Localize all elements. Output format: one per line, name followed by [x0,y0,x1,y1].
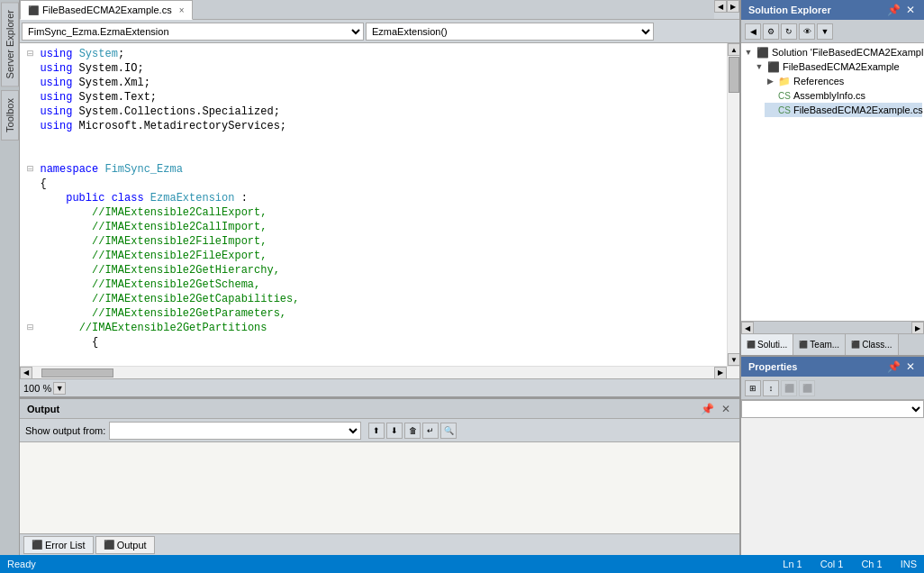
solution-expand-icon[interactable]: ▼ [743,47,754,58]
tab-close-button[interactable]: × [179,5,185,15]
code-content[interactable]: ⊟ using System; using System.IO; using S… [20,43,727,366]
status-bar-right: Ln 1 Col 1 Ch 1 INS [783,559,917,569]
status-ln: Ln 1 [783,559,802,569]
h-scroll-right[interactable]: ▶ [714,367,727,379]
tree-project[interactable]: ▼ ⬛ FileBasedECMA2Example [754,59,922,74]
status-bar: Ready Ln 1 Col 1 Ch 1 INS [0,555,924,573]
scroll-track[interactable] [728,56,739,353]
horizontal-scrollbar[interactable]: ◀ ▶ [20,366,739,378]
solution-tree: ▼ ⬛ Solution 'FileBasedECMA2Example' ( ▼… [741,43,924,321]
error-list-tab[interactable]: ⬛ Error List [23,536,94,554]
prop-close-button[interactable]: ✕ [904,360,917,373]
tab-filename: FileBasedECMA2Example.cs [42,5,172,15]
output-btn3[interactable]: 🗑 [404,423,421,439]
solution-explorer: Solution Explorer 📌 ✕ ◀ ⚙ ↻ 👁 ▼ ▼ ⬛ Solu… [741,0,924,357]
status-ins: INS [901,559,917,569]
prop-btn4[interactable]: ⬛ [799,380,815,396]
solution-explorer-title: Solution Explorer [748,5,831,15]
tab-scroll-left[interactable]: ◀ [714,0,727,13]
scroll-down-button[interactable]: ▼ [728,353,739,366]
output-source-dropdown[interactable] [109,422,361,440]
server-explorer-tab[interactable]: Server Explorer [1,2,19,86]
method-dropdown[interactable]: EzmaExtension() [366,23,654,41]
output-titlebar: Output 📌 ✕ [20,399,739,419]
se-class-label: Class... [862,340,892,350]
tree-references[interactable]: ▶ 📁 References [765,74,922,88]
namespace-dropdown[interactable]: FimSync_Ezma.EzmaExtension [22,23,364,41]
output-btn2[interactable]: ⬇ [386,423,403,439]
prop-btn3[interactable]: ⬛ [781,380,797,396]
properties-title: Properties [748,361,797,372]
output-source-label: Show output from: [25,425,105,436]
solution-explorer-controls: 📌 ✕ [885,4,917,16]
tree-assemblyinfo[interactable]: ▶ CS AssemblyInfo.cs [765,88,922,103]
solution-explorer-titlebar: Solution Explorer 📌 ✕ [741,0,924,20]
se-pin-button[interactable]: 📌 [885,4,902,16]
se-tab-solution[interactable]: ⬛ Soluti... [741,334,793,355]
h-scroll-thumb[interactable] [41,368,113,377]
status-col: Col 1 [820,559,844,569]
zoom-control[interactable]: 100 % ▼ [23,382,66,395]
assemblyinfo-icon: CS [778,89,791,102]
scroll-up-button[interactable]: ▲ [728,43,739,56]
output-pin-button[interactable]: 📌 [699,403,716,415]
editor-toolbar: FimSync_Ezma.EzmaExtension EzmaExtension… [20,20,739,43]
filebasedecma-icon: CS [778,104,791,116]
status-ready: Ready [7,559,36,569]
se-solution-label: Soluti... [757,340,787,350]
tree-solution[interactable]: ▼ ⬛ Solution 'FileBasedECMA2Example' ( [743,45,922,59]
assemblyinfo-label: AssemblyInfo.cs [793,90,865,101]
output-tab[interactable]: ⬛ Output [95,536,155,554]
prop-pin-button[interactable]: 📌 [885,360,902,373]
se-h-scroll-track[interactable] [754,322,911,332]
se-collapse-button[interactable]: ▼ [817,23,833,40]
output-content [20,442,739,533]
zoom-decrease-button[interactable]: ▼ [53,382,66,395]
se-close-button[interactable]: ✕ [904,4,917,16]
se-bottom-tabs: ⬛ Soluti... ⬛ Team... ⬛ Class... [741,333,924,355]
output-btn4[interactable]: ↵ [422,423,439,439]
prop-btn1[interactable]: ⊞ [745,380,761,396]
tab-bar: ⬛ FileBasedECMA2Example.cs × ◀ ▶ [20,0,739,20]
project-label: FileBasedECMA2Example [783,61,900,72]
properties-panel: Properties 📌 ✕ ⊞ ↕ ⬛ ⬛ [741,357,924,555]
se-properties-button[interactable]: ⚙ [763,23,779,40]
h-scroll-track[interactable] [32,368,714,378]
editor-status-bar: 100 % ▼ [20,378,739,396]
file-tab[interactable]: ⬛ FileBasedECMA2Example.cs × [20,0,193,20]
zoom-value: 100 % [23,383,51,394]
project-icon: ⬛ [767,60,780,73]
h-scroll-left[interactable]: ◀ [20,367,32,379]
se-show-all-button[interactable]: 👁 [799,23,815,40]
prop-btn2[interactable]: ↕ [763,380,779,396]
editor-vertical-scrollbar[interactable]: ▲ ▼ [727,43,739,366]
tab-scroll-right[interactable]: ▶ [727,0,739,13]
scroll-thumb[interactable] [729,57,739,93]
left-sidebar: Server Explorer Toolbox [0,0,20,555]
references-icon: 📁 [778,75,791,87]
output-close-button[interactable]: ✕ [720,403,732,415]
filebasedecma-label: FileBasedECMA2Example.cs [793,105,923,115]
output-panel-controls: 📌 ✕ [699,403,732,415]
se-h-scroll-left[interactable]: ◀ [741,322,754,334]
output-btn1[interactable]: ⬆ [368,423,385,439]
tree-filebasedecma[interactable]: ▶ CS FileBasedECMA2Example.cs [765,103,922,117]
properties-titlebar: Properties 📌 ✕ [741,357,924,377]
se-team-label: Team... [810,340,839,350]
references-expand-icon[interactable]: ▶ [765,76,775,86]
se-h-scrollbar[interactable]: ◀ ▶ [741,321,924,333]
se-tab-team[interactable]: ⬛ Team... [793,334,846,355]
editor-container: ⬛ FileBasedECMA2Example.cs × ◀ ▶ FimSync… [20,0,739,397]
properties-toolbar: ⊞ ↕ ⬛ ⬛ [741,377,924,400]
se-tab-class[interactable]: ⬛ Class... [846,334,898,355]
se-back-button[interactable]: ◀ [745,23,761,40]
se-h-scroll-right[interactable]: ▶ [911,322,924,334]
properties-dropdown[interactable] [741,400,924,418]
output-btn5[interactable]: 🔍 [440,423,457,439]
project-expand-icon[interactable]: ▼ [754,61,765,72]
toolbox-tab[interactable]: Toolbox [1,90,19,141]
center-panel: ⬛ FileBasedECMA2Example.cs × ◀ ▶ FimSync… [20,0,739,555]
se-refresh-button[interactable]: ↻ [781,23,797,40]
solution-label: Solution 'FileBasedECMA2Example' ( [772,47,924,58]
output-panel: Output 📌 ✕ Show output from: ⬆ ⬇ 🗑 ↵ 🔍 [20,397,739,555]
